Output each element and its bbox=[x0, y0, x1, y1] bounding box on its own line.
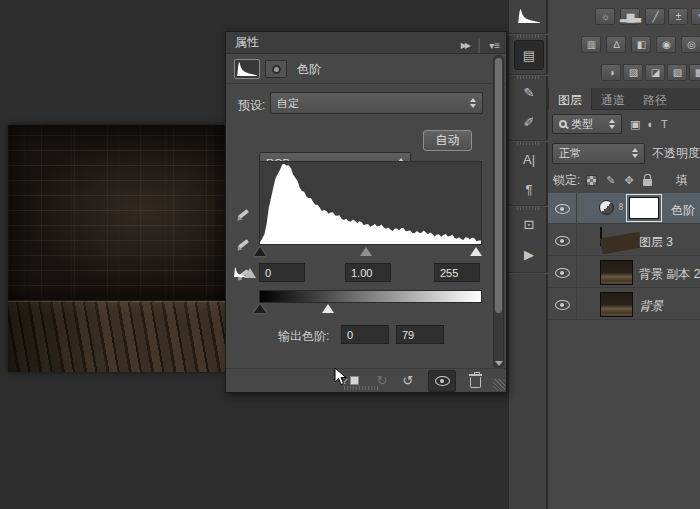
dock-drag-handle[interactable] bbox=[517, 142, 541, 145]
black-white-icon[interactable]: ◧ bbox=[631, 36, 651, 53]
mask-indicator-icon[interactable] bbox=[265, 60, 287, 78]
input-black-field[interactable]: 0 bbox=[259, 263, 305, 282]
properties-panel-icon[interactable]: ▤ bbox=[514, 40, 544, 70]
preset-dropdown[interactable]: 自定 bbox=[270, 92, 483, 114]
gradient-map-icon[interactable]: ▧ bbox=[667, 64, 687, 81]
histogram-refresh-warning-icon[interactable] bbox=[234, 263, 256, 281]
link-mask-icon: ∞ bbox=[616, 203, 627, 210]
auto-button[interactable]: 自动 bbox=[423, 130, 472, 151]
visibility-toggle[interactable] bbox=[548, 257, 577, 288]
selective-color-icon[interactable]: ▩ bbox=[689, 64, 700, 81]
brush-icon[interactable]: ✐ bbox=[516, 110, 542, 134]
filter-type-icon[interactable]: T bbox=[661, 118, 668, 131]
input-white-field[interactable]: 255 bbox=[434, 263, 480, 282]
brush-presets-icon[interactable]: ✎ bbox=[516, 80, 542, 104]
layer-row-layer3[interactable]: 图层 3 bbox=[548, 225, 700, 256]
chevron-updown-icon bbox=[470, 98, 477, 108]
output-white-slider[interactable] bbox=[322, 304, 334, 313]
lock-label: 锁定: bbox=[553, 172, 580, 189]
blend-mode-row: 正常 不透明度 bbox=[548, 141, 700, 165]
scrollbar-down-arrow[interactable] bbox=[495, 361, 503, 366]
visibility-toggle[interactable] bbox=[548, 225, 577, 256]
lock-pixels-icon[interactable]: ✎ bbox=[606, 174, 615, 187]
layer-name[interactable]: 背景 bbox=[639, 298, 663, 315]
exposure-icon[interactable]: ± bbox=[668, 8, 688, 25]
layer-row-bg-copy2[interactable]: 背景 副本 2 bbox=[548, 257, 700, 288]
eye-icon bbox=[555, 268, 570, 278]
layer-row-levels[interactable]: ∞ 色阶 bbox=[548, 193, 700, 224]
dock-drag-handle[interactable] bbox=[517, 76, 541, 79]
document-canvas-image bbox=[8, 125, 227, 372]
blend-mode-dropdown[interactable]: 正常 bbox=[552, 143, 645, 164]
dock-drag-handle[interactable] bbox=[517, 207, 541, 210]
layer-thumbnail[interactable] bbox=[600, 227, 602, 246]
collapse-panel-icon[interactable]: ▶▶ bbox=[461, 41, 469, 50]
levels-icon[interactable]: ▂▆▃ bbox=[620, 8, 640, 25]
panel-drag-grip[interactable] bbox=[344, 386, 378, 390]
color-balance-icon[interactable]: ∆ bbox=[606, 36, 626, 53]
tab-channels[interactable]: 通道 bbox=[592, 88, 634, 110]
scrollbar-thumb[interactable] bbox=[495, 58, 502, 313]
visibility-toggle[interactable] bbox=[548, 193, 577, 224]
output-black-slider[interactable] bbox=[254, 304, 266, 313]
toggle-visibility-icon[interactable] bbox=[428, 370, 456, 392]
eye-icon bbox=[555, 300, 570, 310]
curves-icon[interactable]: ╱ bbox=[645, 8, 665, 25]
output-black-field[interactable]: 0 bbox=[341, 325, 389, 344]
levels-adjustment-icon bbox=[234, 59, 260, 79]
channel-mixer-icon[interactable]: ◎ bbox=[681, 36, 700, 53]
layer-thumbnail[interactable] bbox=[600, 260, 633, 285]
levels-histogram[interactable] bbox=[259, 161, 482, 245]
properties-panel-header[interactable]: 属性 ▶▶ | ▾≡ bbox=[226, 32, 506, 54]
layer-filter-dropdown[interactable]: 类型 bbox=[552, 114, 622, 134]
filter-image-icon[interactable]: ▣ bbox=[630, 118, 640, 131]
resize-grip[interactable] bbox=[493, 379, 505, 391]
lock-transparency-icon[interactable] bbox=[586, 175, 597, 186]
invert-icon[interactable]: ◑ bbox=[601, 64, 621, 81]
layer-mask-thumbnail[interactable] bbox=[629, 197, 659, 219]
visibility-toggle[interactable] bbox=[548, 289, 577, 320]
posterize-icon[interactable]: ▨ bbox=[623, 64, 643, 81]
character-panel-icon[interactable]: A| bbox=[516, 147, 542, 171]
search-icon bbox=[559, 120, 567, 128]
adjustment-title: 色阶 bbox=[297, 61, 321, 78]
input-midtone-slider[interactable] bbox=[360, 247, 372, 256]
input-gamma-field[interactable]: 1.00 bbox=[345, 263, 391, 282]
opacity-label: 不透明度 bbox=[652, 145, 700, 162]
layer-filter-row: 类型 ▣ ◐ T bbox=[548, 111, 700, 137]
tab-layers[interactable]: 图层 bbox=[548, 88, 592, 110]
input-white-slider[interactable] bbox=[470, 247, 482, 256]
input-black-slider[interactable] bbox=[254, 247, 266, 256]
panel-tabs: 图层 通道 路径 bbox=[548, 88, 700, 110]
layer-name[interactable]: 背景 副本 2 bbox=[639, 266, 700, 283]
lock-position-icon[interactable]: ✥ bbox=[625, 174, 634, 187]
layer-name[interactable]: 色阶 bbox=[671, 202, 695, 219]
preset-label: 预设: bbox=[238, 97, 265, 114]
layer-thumbnail[interactable] bbox=[600, 292, 633, 317]
histogram-panel-icon[interactable] bbox=[516, 4, 542, 28]
lock-row: 锁定: ✎ ✥ 填 bbox=[548, 169, 700, 191]
chevron-updown-icon bbox=[609, 119, 616, 129]
threshold-icon[interactable]: ◪ bbox=[645, 64, 665, 81]
filter-adjustment-icon[interactable]: ◐ bbox=[647, 118, 654, 131]
output-white-field[interactable]: 79 bbox=[396, 325, 444, 344]
scrollbar[interactable] bbox=[493, 55, 504, 369]
vibrance-icon[interactable]: ▼ bbox=[691, 8, 700, 25]
properties-panel: 属性 ▶▶ | ▾≡ 色阶 预设: 自定 RGB 自动 0 1.00 255 bbox=[225, 31, 507, 393]
lock-all-icon[interactable] bbox=[643, 179, 652, 186]
delete-adjustment-icon[interactable] bbox=[462, 370, 488, 392]
properties-tab-label[interactable]: 属性 bbox=[226, 34, 259, 51]
hue-saturation-icon[interactable]: ▥ bbox=[581, 36, 601, 53]
panel-menu-icon[interactable]: ▾≡ bbox=[489, 40, 500, 51]
brightness-contrast-icon[interactable]: ☼ bbox=[595, 8, 615, 25]
eye-icon bbox=[555, 204, 570, 214]
dock-drag-handle[interactable] bbox=[517, 35, 541, 38]
layer-name[interactable]: 图层 3 bbox=[639, 234, 673, 251]
actions-play-icon[interactable]: ▶ bbox=[516, 242, 542, 266]
clone-source-icon[interactable]: ⊡ bbox=[516, 212, 542, 236]
reset-adjustment-icon[interactable]: ↺ bbox=[396, 370, 420, 392]
layer-row-background[interactable]: 背景 bbox=[548, 289, 700, 320]
tab-paths[interactable]: 路径 bbox=[634, 88, 676, 110]
paragraph-panel-icon[interactable]: ¶ bbox=[516, 177, 542, 201]
photo-filter-icon[interactable]: ◉ bbox=[656, 36, 676, 53]
